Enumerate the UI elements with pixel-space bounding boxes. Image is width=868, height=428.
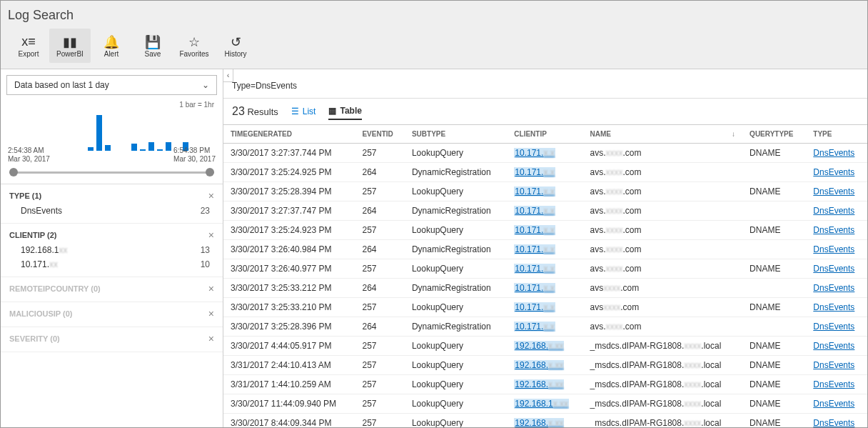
alert-button[interactable]: 🔔Alert	[91, 29, 132, 63]
cell-time: 3/31/2017 2:44:10.413 AM	[223, 356, 355, 375]
col-name[interactable]: NAME↓	[582, 125, 742, 144]
cell-type[interactable]: DnsEvents	[806, 414, 867, 428]
table-row[interactable]: 3/30/2017 3:25:33.212 PM264DynamicRegist…	[223, 279, 867, 298]
col-querytype[interactable]: QUERYTYPE	[742, 125, 806, 144]
cell-time: 3/30/2017 3:27:37.747 PM	[223, 201, 355, 221]
table-row[interactable]: 3/30/2017 8:44:09.344 PM257LookupQuery19…	[223, 414, 867, 428]
cell-clientip[interactable]: 10.171.x.x	[507, 201, 582, 221]
table-row[interactable]: 3/30/2017 3:25:28.394 PM257LookupQuery10…	[223, 182, 867, 201]
cell-type[interactable]: DnsEvents	[806, 298, 867, 317]
favorites-button[interactable]: ☆Favorites	[173, 29, 215, 63]
toolbar: x≡Export▮▮PowerBI🔔Alert💾Save☆Favorites↺H…	[8, 26, 860, 69]
view-list-toggle[interactable]: ☰ List	[291, 104, 316, 119]
facet-name: MALICIOUSIP (0)	[9, 309, 72, 318]
table-row[interactable]: 3/30/2017 3:25:28.396 PM264DynamicRegist…	[223, 317, 867, 337]
cell-type[interactable]: DnsEvents	[806, 375, 867, 394]
facet-type: TYPE (1)×DnsEvents23	[1, 184, 223, 224]
cell-type[interactable]: DnsEvents	[806, 240, 867, 259]
table-row[interactable]: 3/30/2017 4:44:05.917 PM257LookupQuery19…	[223, 337, 867, 356]
cell-type[interactable]: DnsEvents	[806, 337, 867, 356]
chevron-down-icon: ⌄	[202, 80, 209, 90]
cell-clientip[interactable]: 10.171.x.x	[507, 182, 582, 201]
cell-clientip[interactable]: 10.171.x.x	[507, 317, 582, 337]
cell-clientip[interactable]: 192.168.1x.xx	[507, 394, 582, 414]
cell-clientip[interactable]: 10.171.x.x	[507, 298, 582, 317]
cell-type[interactable]: DnsEvents	[806, 221, 867, 240]
query-bar[interactable]: Type=DnsEvents	[223, 74, 867, 99]
table-icon: ▦	[328, 106, 336, 116]
cell-querytype	[742, 201, 806, 221]
cell-subtype: DynamicRegistration	[405, 240, 507, 259]
cell-clientip[interactable]: 10.171.x.x	[507, 221, 582, 240]
page-title: Log Search	[8, 5, 860, 26]
cell-subtype: LookupQuery	[405, 337, 507, 356]
facet-remove-icon[interactable]: ×	[208, 190, 214, 201]
cell-type[interactable]: DnsEvents	[806, 394, 867, 414]
cell-type[interactable]: DnsEvents	[806, 163, 867, 182]
cell-clientip[interactable]: 192.168.x.xx	[507, 337, 582, 356]
cell-clientip[interactable]: 10.171.x.x	[507, 163, 582, 182]
cell-type[interactable]: DnsEvents	[806, 317, 867, 337]
cell-clientip[interactable]: 10.171.x.x	[507, 144, 582, 163]
table-row[interactable]: 3/30/2017 3:26:40.984 PM264DynamicRegist…	[223, 240, 867, 259]
cell-querytype: DNAME	[742, 414, 806, 428]
sort-arrow-icon: ↓	[732, 130, 735, 138]
cell-clientip[interactable]: 192.168.x.xx	[507, 375, 582, 394]
facet-remove-icon[interactable]: ×	[208, 283, 214, 294]
cell-clientip[interactable]: 192.168.x.xx	[507, 414, 582, 428]
cell-clientip[interactable]: 192.168.x.xx	[507, 356, 582, 375]
table-row[interactable]: 3/30/2017 3:27:37.744 PM257LookupQuery10…	[223, 144, 867, 163]
timeframe-dropdown[interactable]: Data based on last 1 day ⌄	[6, 75, 217, 95]
table-row[interactable]: 3/30/2017 3:27:37.747 PM264DynamicRegist…	[223, 201, 867, 221]
cell-eventid: 257	[355, 298, 404, 317]
table-row[interactable]: 3/31/2017 2:44:10.413 AM257LookupQuery19…	[223, 356, 867, 375]
export-button[interactable]: x≡Export	[8, 29, 49, 63]
xls-icon: x≡	[21, 34, 36, 50]
table-row[interactable]: 3/30/2017 3:26:40.977 PM257LookupQuery10…	[223, 259, 867, 279]
facet-item[interactable]: DnsEvents23	[9, 201, 214, 216]
time-range-slider[interactable]	[9, 168, 214, 176]
col-clientip[interactable]: CLIENTIP	[507, 125, 582, 144]
collapse-sidebar-button[interactable]: ‹	[223, 69, 233, 82]
cell-time: 3/30/2017 3:25:33.210 PM	[223, 298, 355, 317]
table-row[interactable]: 3/30/2017 11:44:09.940 PM257LookupQuery1…	[223, 394, 867, 414]
bar-scale-label: 1 bar = 1hr	[1, 101, 223, 110]
cell-clientip[interactable]: 10.171.x.x	[507, 279, 582, 298]
cell-clientip[interactable]: 10.171.x.x	[507, 240, 582, 259]
timeline-chart[interactable]: 2:54:38 AMMar 30, 2017 6:54:38 PMMar 30,…	[8, 110, 216, 164]
cell-eventid: 257	[355, 182, 404, 201]
cell-type[interactable]: DnsEvents	[806, 356, 867, 375]
save-button[interactable]: 💾Save	[132, 29, 173, 63]
col-eventid[interactable]: EVENTID	[355, 125, 404, 144]
cell-querytype: DNAME	[742, 144, 806, 163]
history-button[interactable]: ↺History	[215, 29, 256, 63]
table-row[interactable]: 3/30/2017 3:25:24.923 PM257LookupQuery10…	[223, 221, 867, 240]
col-subtype[interactable]: SUBTYPE	[405, 125, 507, 144]
cell-type[interactable]: DnsEvents	[806, 182, 867, 201]
cell-subtype: LookupQuery	[405, 394, 507, 414]
cell-clientip[interactable]: 10.171.x.x	[507, 259, 582, 279]
cell-eventid: 264	[355, 279, 404, 298]
col-type[interactable]: TYPE	[806, 125, 867, 144]
view-table-toggle[interactable]: ▦ Table	[328, 103, 361, 120]
table-row[interactable]: 3/31/2017 1:44:10.259 AM257LookupQuery19…	[223, 375, 867, 394]
main: Type=DnsEvents 23 Results ☰ List ▦ Table…	[223, 69, 867, 427]
powerbi-button[interactable]: ▮▮PowerBI	[49, 29, 91, 63]
cell-querytype	[742, 279, 806, 298]
facet-remove-icon[interactable]: ×	[208, 229, 214, 241]
cell-type[interactable]: DnsEvents	[806, 201, 867, 221]
cell-type[interactable]: DnsEvents	[806, 259, 867, 279]
table-row[interactable]: 3/30/2017 3:25:24.925 PM264DynamicRegist…	[223, 163, 867, 182]
results-grid[interactable]: TIMEGENERATEDEVENTIDSUBTYPECLIENTIPNAME↓…	[223, 125, 867, 427]
cell-name: avs.xxxx.com	[582, 317, 742, 337]
facet-remove-icon[interactable]: ×	[208, 333, 214, 344]
cell-querytype: DNAME	[742, 221, 806, 240]
facet-item[interactable]: 192.168.1xx13	[9, 241, 214, 255]
cell-type[interactable]: DnsEvents	[806, 279, 867, 298]
cell-type[interactable]: DnsEvents	[806, 144, 867, 163]
facet-item[interactable]: 10.171.xx10	[9, 255, 214, 269]
cell-eventid: 257	[355, 356, 404, 375]
facet-remove-icon[interactable]: ×	[208, 308, 214, 319]
table-row[interactable]: 3/30/2017 3:25:33.210 PM257LookupQuery10…	[223, 298, 867, 317]
col-timegenerated[interactable]: TIMEGENERATED	[223, 125, 355, 144]
